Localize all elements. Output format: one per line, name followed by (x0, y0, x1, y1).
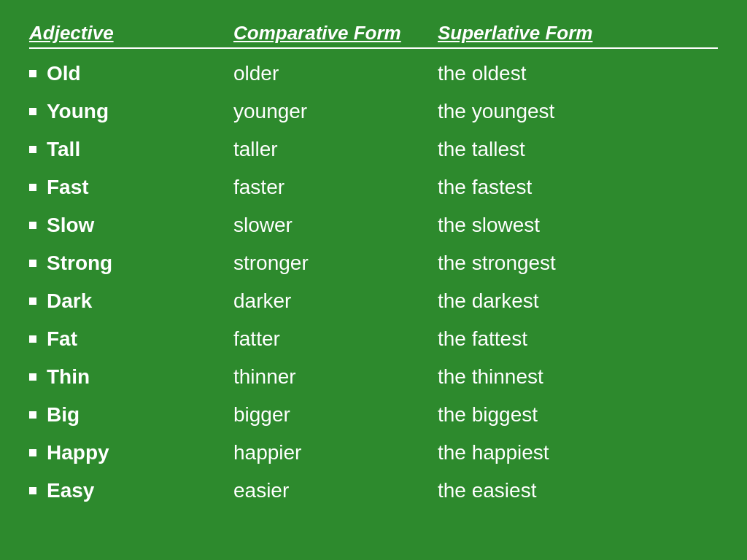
superlative-cell: the tallest (438, 138, 693, 161)
adjective-text: Happy (47, 441, 109, 464)
comparative-cell: darker (233, 289, 438, 313)
adjective-text: Big (47, 403, 80, 427)
adjective-cell: Old (29, 62, 233, 85)
header-adjective: Adjective (29, 22, 233, 44)
bullet-icon (29, 335, 36, 343)
bullet-icon (29, 184, 36, 191)
header-superlative: Superlative Form (438, 22, 693, 44)
adjective-cell: Slow (29, 214, 233, 237)
bullet-icon (29, 260, 36, 267)
adjective-text: Thin (47, 365, 90, 389)
bullet-icon (29, 146, 36, 153)
adjective-cell: Tall (29, 138, 233, 161)
comparative-cell: bigger (233, 403, 438, 427)
table-row: Fatfatterthe fattest (29, 320, 718, 358)
table-header: Adjective Comparative Form Superlative F… (29, 22, 718, 49)
table-row: Talltallerthe tallest (29, 131, 718, 168)
adjective-text: Young (47, 100, 109, 123)
adjective-text: Slow (47, 214, 94, 237)
table-body: Oldolderthe oldestYoungyoungerthe younge… (29, 55, 718, 510)
superlative-cell: the slowest (438, 214, 693, 237)
comparative-cell: easier (233, 479, 438, 502)
table-row: Bigbiggerthe biggest (29, 396, 718, 434)
adjective-cell: Fat (29, 327, 233, 351)
superlative-cell: the fastest (438, 176, 693, 199)
bullet-icon (29, 298, 36, 305)
adjective-text: Easy (47, 479, 94, 502)
bullet-icon (29, 449, 36, 456)
adjective-cell: Dark (29, 289, 233, 313)
adjective-cell: Happy (29, 441, 233, 464)
bullet-icon (29, 70, 36, 77)
table-row: Strongstrongerthe strongest (29, 244, 718, 282)
table-row: Oldolderthe oldest (29, 55, 718, 93)
superlative-cell: the youngest (438, 100, 693, 123)
main-container: Adjective Comparative Form Superlative F… (0, 0, 747, 560)
superlative-cell: the fattest (438, 327, 693, 351)
table-row: Thinthinnerthe thinnest (29, 358, 718, 396)
superlative-cell: the easiest (438, 479, 693, 502)
adjective-text: Fast (47, 176, 89, 199)
superlative-cell: the strongest (438, 252, 693, 275)
superlative-cell: the darkest (438, 289, 693, 313)
superlative-cell: the happiest (438, 441, 693, 464)
bullet-icon (29, 222, 36, 229)
table-row: Youngyoungerthe youngest (29, 93, 718, 131)
comparative-cell: stronger (233, 252, 438, 275)
adjective-text: Fat (47, 327, 77, 351)
comparative-cell: faster (233, 176, 438, 199)
superlative-cell: the biggest (438, 403, 693, 427)
adjective-cell: Easy (29, 479, 233, 502)
comparative-cell: taller (233, 138, 438, 161)
comparative-cell: fatter (233, 327, 438, 351)
table-row: Slowslowerthe slowest (29, 206, 718, 244)
bullet-icon (29, 411, 36, 419)
superlative-cell: the thinnest (438, 365, 693, 389)
table-row: Happyhappierthe happiest (29, 434, 718, 472)
table-row: Darkdarkerthe darkest (29, 282, 718, 320)
adjective-text: Strong (47, 252, 112, 275)
adjective-text: Tall (47, 138, 80, 161)
comparative-cell: older (233, 62, 438, 85)
adjective-cell: Young (29, 100, 233, 123)
comparative-cell: thinner (233, 365, 438, 389)
superlative-cell: the oldest (438, 62, 693, 85)
bullet-icon (29, 487, 36, 494)
adjective-cell: Fast (29, 176, 233, 199)
bullet-icon (29, 373, 36, 381)
adjective-text: Old (47, 62, 81, 85)
adjective-text: Dark (47, 289, 92, 313)
adjective-cell: Strong (29, 252, 233, 275)
comparative-cell: slower (233, 214, 438, 237)
adjective-cell: Thin (29, 365, 233, 389)
adjective-cell: Big (29, 403, 233, 427)
comparative-cell: younger (233, 100, 438, 123)
header-comparative: Comparative Form (233, 22, 438, 44)
bullet-icon (29, 108, 36, 115)
table-row: Easyeasierthe easiest (29, 472, 718, 510)
table-row: Fastfasterthe fastest (29, 168, 718, 206)
comparative-cell: happier (233, 441, 438, 464)
